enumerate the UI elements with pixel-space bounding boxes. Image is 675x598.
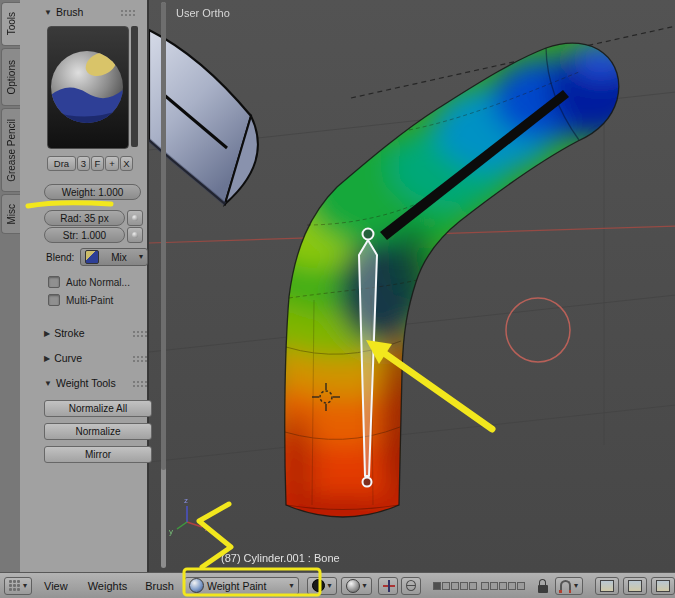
chevron-down-icon: ▾ [574,582,578,590]
view-name-label: User Ortho [176,7,230,19]
blend-mode-dropdown[interactable]: Mix ▾ [80,248,148,266]
layer-cell[interactable] [517,582,525,590]
chevron-down-icon: ▾ [328,582,332,590]
tab-tools[interactable]: Tools [1,2,20,46]
shading-dropdown[interactable]: ▾ [307,577,337,595]
viewport-header-bar: ▾ View Weights Brush Weight Paint ▾ ▾ ▾ [0,572,675,598]
tab-misc[interactable]: Misc [1,194,20,234]
users-count-button[interactable]: 3 [77,156,90,171]
pressure-icon [132,232,138,238]
layer-cell[interactable] [460,582,468,590]
weight-slider[interactable]: Weight: 1.000 [44,184,141,200]
normalize-button[interactable]: Normalize [44,423,152,440]
radius-pressure-button[interactable] [127,210,143,226]
viewport-3d[interactable]: x z y User Ortho (87) Cylinder.001 : Bon… [148,0,675,572]
render-image-icon [600,580,614,592]
layer-group [481,582,525,590]
mirror-button[interactable]: Mirror [44,446,152,463]
curve-panel-header[interactable]: ▶ Curve [44,352,82,364]
panel-grip[interactable] [132,355,148,363]
collapse-arrow-icon: ▼ [44,8,52,17]
layer-group [433,582,477,590]
mode-dropdown[interactable]: Weight Paint ▾ [184,577,299,595]
tab-options[interactable]: Options [1,48,20,106]
collapse-arrow-icon: ▶ [44,329,50,338]
editor-type-button[interactable]: ▾ [4,577,32,595]
render-anim-icon [628,580,642,592]
manipulator-toggle-button[interactable] [378,577,398,595]
panel-grip[interactable] [132,380,148,388]
collapse-arrow-icon: ▼ [44,379,52,388]
render-opengl-button[interactable] [595,577,619,595]
blend-thumb-icon [85,250,99,264]
panel-grip[interactable] [132,330,148,338]
brush-preview[interactable] [47,26,129,149]
chevron-down-icon: ▾ [363,582,367,590]
tab-grease-pencil[interactable]: Grease Pencil [1,108,20,192]
orientation-button[interactable] [401,577,421,595]
add-brush-button[interactable]: + [105,156,119,171]
shading-sphere-icon [312,579,325,592]
chevron-down-icon: ▾ [23,582,27,590]
viewport-canvas[interactable]: x z y User Ortho (87) Cylinder.001 : Bon… [149,0,675,572]
layer-cell[interactable] [442,582,450,590]
chevron-down-icon: ▾ [139,253,143,261]
brush-panel-header[interactable]: ▼ Brush [44,6,83,18]
layer-cell[interactable] [499,582,507,590]
collapse-arrow-icon: ▶ [44,354,50,363]
svg-text:y: y [169,527,173,536]
editor-type-icon [9,580,20,591]
render-preview-icon [656,580,670,592]
render-preview-button[interactable] [651,577,675,595]
weight-paint-mode-icon [189,578,204,593]
shelf-scrollbar[interactable] [161,2,166,568]
menu-weights[interactable]: Weights [86,580,130,592]
menu-brush[interactable]: Brush [143,580,176,592]
layer-cell[interactable] [481,582,489,590]
normalize-all-button[interactable]: Normalize All [44,400,152,417]
manipulator-axis-icon [383,580,393,592]
snap-button[interactable]: ▾ [555,577,583,595]
layers-widget [433,582,525,590]
lock-button[interactable] [537,579,547,593]
active-object-status: (87) Cylinder.001 : Bone [221,552,340,564]
strength-pressure-button[interactable] [127,227,143,243]
layer-cell[interactable] [508,582,516,590]
layer-cell[interactable] [433,582,441,590]
layer-cell[interactable] [451,582,459,590]
strength-slider[interactable]: Str: 1.000 [44,227,125,243]
brush-selector-strip[interactable] [131,26,138,147]
blender-window: x z y User Ortho (87) Cylinder.001 : Bon… [0,0,675,598]
weight-tools-panel-header[interactable]: ▼ Weight Tools [44,377,116,389]
svg-text:x: x [205,524,209,533]
shelf-scrollbar-thumb[interactable] [161,2,166,470]
fake-user-button[interactable]: F [91,156,104,171]
tool-shelf-panel: ▼ Brush [20,0,148,572]
layer-cell[interactable] [490,582,498,590]
blend-label: Blend: [46,252,74,263]
pressure-icon [132,215,138,221]
globe-icon [406,580,416,591]
auto-normalize-checkbox[interactable] [48,276,60,288]
menu-view[interactable]: View [42,580,70,592]
pivot-sphere-icon [346,579,360,593]
pivot-dropdown[interactable]: ▾ [341,577,372,595]
magnet-icon [560,580,571,592]
unlink-brush-button[interactable]: X [120,156,133,171]
svg-text:z: z [184,496,188,505]
stroke-panel-header[interactable]: ▶ Stroke [44,327,85,339]
panel-grip[interactable] [120,9,136,17]
chevron-down-icon: ▾ [289,582,293,590]
brush-name-field[interactable]: Dra [47,156,76,171]
layer-cell[interactable] [469,582,477,590]
auto-normalize-label[interactable]: Auto Normal... [66,277,130,288]
multi-paint-label[interactable]: Multi-Paint [66,295,113,306]
multi-paint-checkbox[interactable] [48,294,60,306]
render-opengl-anim-button[interactable] [623,577,647,595]
radius-slider[interactable]: Rad: 35 px [44,210,125,226]
tool-shelf: Tools Options Grease Pencil Misc ▼ Brush [0,0,148,572]
